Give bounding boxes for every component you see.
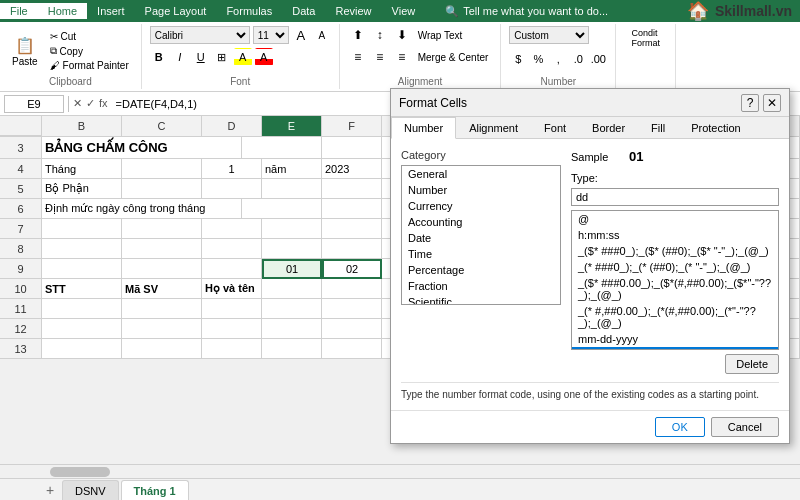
type-item-at[interactable]: @: [572, 211, 778, 227]
cell-e10[interactable]: [262, 279, 322, 299]
cell-d8[interactable]: [202, 239, 262, 259]
category-accounting[interactable]: Accounting: [402, 214, 560, 230]
wrap-text-button[interactable]: Wrap Text: [414, 26, 467, 44]
tab-page-layout[interactable]: Page Layout: [135, 3, 217, 19]
cell-b10[interactable]: STT: [42, 279, 122, 299]
cell-e8[interactable]: [262, 239, 322, 259]
cell-d13[interactable]: [202, 339, 262, 359]
cell-d6[interactable]: [322, 199, 382, 219]
cut-button[interactable]: ✂ Cut: [46, 30, 133, 43]
modal-tab-number[interactable]: Number: [391, 117, 456, 139]
tab-file[interactable]: File: [0, 3, 38, 19]
add-sheet-button[interactable]: +: [40, 480, 60, 500]
tab-data[interactable]: Data: [282, 3, 325, 19]
col-header-f[interactable]: F: [322, 116, 382, 136]
percent-button[interactable]: %: [529, 50, 547, 68]
col-header-c[interactable]: C: [122, 116, 202, 136]
align-left-button[interactable]: ≡: [348, 48, 368, 66]
cell-b3[interactable]: BẢNG CHẤM CÔNG: [42, 137, 242, 159]
category-fraction[interactable]: Fraction: [402, 278, 560, 294]
cell-f10[interactable]: [322, 279, 382, 299]
cell-d11[interactable]: [202, 299, 262, 319]
cell-c6[interactable]: [242, 199, 322, 219]
category-currency[interactable]: Currency: [402, 198, 560, 214]
cell-e5[interactable]: [262, 179, 322, 199]
col-header-b[interactable]: B: [42, 116, 122, 136]
cell-d10[interactable]: Họ và tên: [202, 279, 262, 299]
cell-f11[interactable]: [322, 299, 382, 319]
tab-view[interactable]: View: [382, 3, 426, 19]
ok-button[interactable]: OK: [655, 417, 705, 437]
fill-color-button[interactable]: A: [234, 48, 252, 66]
conditional-format-button[interactable]: ConditFormat: [628, 26, 665, 50]
align-bottom-button[interactable]: ⬇: [392, 26, 412, 44]
cell-b12[interactable]: [42, 319, 122, 339]
cell-d3[interactable]: [322, 137, 382, 159]
cell-b9[interactable]: [42, 259, 122, 279]
number-format-select[interactable]: Custom: [509, 26, 589, 44]
decrease-decimal-button[interactable]: .00: [589, 50, 607, 68]
cell-e12[interactable]: [262, 319, 322, 339]
cell-c7[interactable]: [122, 219, 202, 239]
cell-d9[interactable]: [202, 259, 262, 279]
cell-c4[interactable]: [122, 159, 202, 179]
cell-d12[interactable]: [202, 319, 262, 339]
category-scientific[interactable]: Scientific: [402, 294, 560, 305]
cell-c13[interactable]: [122, 339, 202, 359]
cell-e4[interactable]: năm: [262, 159, 322, 179]
cell-b8[interactable]: [42, 239, 122, 259]
type-input[interactable]: [571, 188, 779, 206]
sheet-tab-thang1[interactable]: Tháng 1: [121, 480, 189, 500]
cell-e7[interactable]: [262, 219, 322, 239]
type-item-accounting2[interactable]: _(* ###0_);_(* (##0);_(* "-"_);_(@_): [572, 259, 778, 275]
category-general[interactable]: General: [402, 166, 560, 182]
cancel-button[interactable]: Cancel: [711, 417, 779, 437]
cell-c3[interactable]: [242, 137, 322, 159]
cell-f13[interactable]: [322, 339, 382, 359]
modal-help-button[interactable]: ?: [741, 94, 759, 112]
cancel-formula-icon[interactable]: ✕: [73, 97, 82, 110]
delete-button[interactable]: Delete: [725, 354, 779, 374]
type-item-dd[interactable]: dd: [572, 347, 778, 350]
underline-button[interactable]: U: [192, 48, 210, 66]
type-item-accounting3[interactable]: _($* ###0.00_);_($*(#,##0.00);_($*"-"??_…: [572, 275, 778, 303]
cell-d5[interactable]: [202, 179, 262, 199]
tab-insert[interactable]: Insert: [87, 3, 135, 19]
confirm-formula-icon[interactable]: ✓: [86, 97, 95, 110]
col-header-d[interactable]: D: [202, 116, 262, 136]
select-all-button[interactable]: [0, 116, 42, 136]
cell-f5[interactable]: [322, 179, 382, 199]
category-number[interactable]: Number: [402, 182, 560, 198]
modal-tab-font[interactable]: Font: [531, 117, 579, 138]
cell-e11[interactable]: [262, 299, 322, 319]
cell-c11[interactable]: [122, 299, 202, 319]
copy-button[interactable]: ⧉ Copy: [46, 44, 133, 58]
cell-e13[interactable]: [262, 339, 322, 359]
tab-review[interactable]: Review: [325, 3, 381, 19]
category-percentage[interactable]: Percentage: [402, 262, 560, 278]
bold-button[interactable]: B: [150, 48, 168, 66]
align-middle-button[interactable]: ↕: [370, 26, 390, 44]
type-item-accounting4[interactable]: _(* #,##0.00_);_(*(#,##0.00);_(*"-"??_);…: [572, 303, 778, 331]
cell-b13[interactable]: [42, 339, 122, 359]
cell-b4[interactable]: Tháng: [42, 159, 122, 179]
cell-c9[interactable]: [122, 259, 202, 279]
align-center-button[interactable]: ≡: [370, 48, 390, 66]
format-painter-button[interactable]: 🖌 Format Painter: [46, 59, 133, 72]
type-item-accounting1[interactable]: _($* ###0_);_($* (##0);_($* "-"_);_(@_): [572, 243, 778, 259]
font-shrink-button[interactable]: A: [313, 26, 331, 44]
cell-b11[interactable]: [42, 299, 122, 319]
font-grow-button[interactable]: A: [292, 26, 310, 44]
cell-f8[interactable]: [322, 239, 382, 259]
border-button[interactable]: ⊞: [213, 48, 231, 66]
font-name-select[interactable]: Calibri: [150, 26, 250, 44]
font-size-select[interactable]: 11: [253, 26, 289, 44]
type-list[interactable]: @ h:mm:ss _($* ###0_);_($* (##0);_($* "-…: [571, 210, 779, 350]
cell-c8[interactable]: [122, 239, 202, 259]
modal-tab-border[interactable]: Border: [579, 117, 638, 138]
category-date[interactable]: Date: [402, 230, 560, 246]
cell-reference-input[interactable]: [4, 95, 64, 113]
cell-c12[interactable]: [122, 319, 202, 339]
sheet-tab-dsnv[interactable]: DSNV: [62, 480, 119, 500]
modal-tab-fill[interactable]: Fill: [638, 117, 678, 138]
